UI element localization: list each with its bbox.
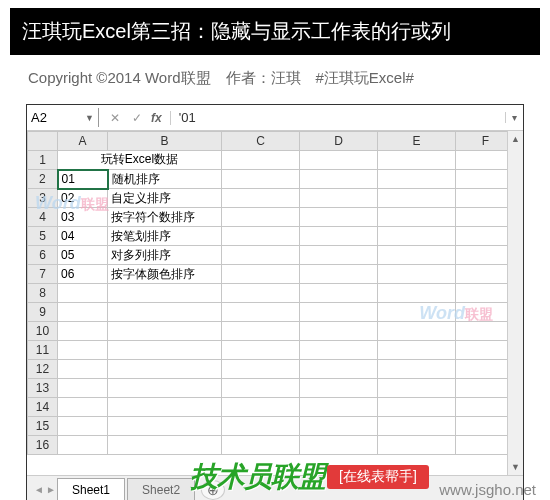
cell-a3[interactable]: 02 — [58, 189, 108, 208]
row-header-9[interactable]: 9 — [28, 303, 58, 322]
brand-green-text: 技术员联盟 — [190, 458, 325, 496]
cell-c3[interactable] — [222, 189, 300, 208]
cell-c1[interactable] — [222, 151, 300, 170]
row-header-14[interactable]: 14 — [28, 398, 58, 417]
copyright-text: Copyright ©2014 Word联盟 作者：汪琪 #汪琪玩Excel# — [0, 55, 550, 98]
col-header-a[interactable]: A — [58, 132, 108, 151]
tab-sheet1[interactable]: Sheet1 — [57, 478, 125, 500]
cell-d7[interactable] — [300, 265, 378, 284]
expand-formula-icon[interactable]: ▾ — [505, 112, 523, 123]
cell-e4[interactable] — [378, 208, 456, 227]
chevron-down-icon[interactable]: ▼ — [85, 113, 94, 123]
cell-c7[interactable] — [222, 265, 300, 284]
cell-c2[interactable] — [222, 170, 300, 189]
cancel-icon[interactable]: ✕ — [107, 111, 123, 125]
cell-a6[interactable]: 05 — [58, 246, 108, 265]
col-header-c[interactable]: C — [222, 132, 300, 151]
spreadsheet-grid[interactable]: Word联盟 Word联盟 A B C D E F 1 玩转Excel数据 2 … — [27, 131, 523, 475]
fx-controls: ✕ ✓ fx — [99, 111, 171, 125]
row-header-6[interactable]: 6 — [28, 246, 58, 265]
vertical-scrollbar[interactable]: ▲ ▼ — [507, 131, 523, 475]
tab-sheet2[interactable]: Sheet2 — [127, 478, 195, 500]
cell-e3[interactable] — [378, 189, 456, 208]
col-header-e[interactable]: E — [378, 132, 456, 151]
formula-bar-row: A2 ▼ ✕ ✓ fx '01 ▾ — [27, 105, 523, 131]
cell-b6[interactable]: 对多列排序 — [108, 246, 222, 265]
cell-e5[interactable] — [378, 227, 456, 246]
cell-d1[interactable] — [300, 151, 378, 170]
scroll-down-icon[interactable]: ▼ — [508, 459, 523, 475]
row-header-3[interactable]: 3 — [28, 189, 58, 208]
cell-b4[interactable]: 按字符个数排序 — [108, 208, 222, 227]
select-all-corner[interactable] — [28, 132, 58, 151]
confirm-icon[interactable]: ✓ — [129, 111, 145, 125]
cell-c5[interactable] — [222, 227, 300, 246]
scroll-up-icon[interactable]: ▲ — [508, 131, 523, 147]
brand-red-badge: [在线表帮手] — [327, 465, 429, 489]
cell-b7[interactable]: 按字体颜色排序 — [108, 265, 222, 284]
cell-a1-b1-merged[interactable]: 玩转Excel数据 — [58, 151, 222, 170]
cell-d3[interactable] — [300, 189, 378, 208]
row-header-12[interactable]: 12 — [28, 360, 58, 379]
cell-d5[interactable] — [300, 227, 378, 246]
row-header-5[interactable]: 5 — [28, 227, 58, 246]
overlay-branding: 技术员联盟 [在线表帮手] — [190, 458, 429, 496]
row-header-10[interactable]: 10 — [28, 322, 58, 341]
row-header-11[interactable]: 11 — [28, 341, 58, 360]
tab-nav-next-icon[interactable]: ► — [45, 484, 57, 495]
cell-c4[interactable] — [222, 208, 300, 227]
row-header-16[interactable]: 16 — [28, 436, 58, 455]
formula-bar-input[interactable]: '01 — [171, 108, 505, 127]
cell-e1[interactable] — [378, 151, 456, 170]
col-header-b[interactable]: B — [108, 132, 222, 151]
excel-window: A2 ▼ ✕ ✓ fx '01 ▾ Word联盟 Word联盟 A B C D … — [26, 104, 524, 500]
cell-b5[interactable]: 按笔划排序 — [108, 227, 222, 246]
cell-b3[interactable]: 自定义排序 — [108, 189, 222, 208]
row-header-13[interactable]: 13 — [28, 379, 58, 398]
tutorial-title: 汪琪玩Excel第三招：隐藏与显示工作表的行或列 — [10, 8, 540, 55]
col-header-d[interactable]: D — [300, 132, 378, 151]
cell-a5[interactable]: 04 — [58, 227, 108, 246]
cell-a2-active[interactable]: 01 — [58, 170, 108, 189]
name-box-value: A2 — [31, 110, 47, 125]
name-box[interactable]: A2 ▼ — [27, 108, 99, 127]
cell-e2[interactable] — [378, 170, 456, 189]
row-header-8[interactable]: 8 — [28, 284, 58, 303]
cell-d4[interactable] — [300, 208, 378, 227]
cell-e6[interactable] — [378, 246, 456, 265]
cell-c6[interactable] — [222, 246, 300, 265]
cell-e7[interactable] — [378, 265, 456, 284]
row-header-15[interactable]: 15 — [28, 417, 58, 436]
row-header-4[interactable]: 4 — [28, 208, 58, 227]
row-header-7[interactable]: 7 — [28, 265, 58, 284]
cell-d6[interactable] — [300, 246, 378, 265]
cell-d2[interactable] — [300, 170, 378, 189]
domain-url: www.jsgho.net — [439, 481, 536, 498]
cell-a4[interactable]: 03 — [58, 208, 108, 227]
row-header-2[interactable]: 2 — [28, 170, 58, 189]
row-header-1[interactable]: 1 — [28, 151, 58, 170]
fx-icon[interactable]: fx — [151, 111, 162, 125]
cell-b2[interactable]: 随机排序 — [108, 170, 222, 189]
cells-table[interactable]: A B C D E F 1 玩转Excel数据 2 01 随机排序 3 02 — [27, 131, 516, 455]
cell-a7[interactable]: 06 — [58, 265, 108, 284]
tab-nav-prev-icon[interactable]: ◄ — [33, 484, 45, 495]
